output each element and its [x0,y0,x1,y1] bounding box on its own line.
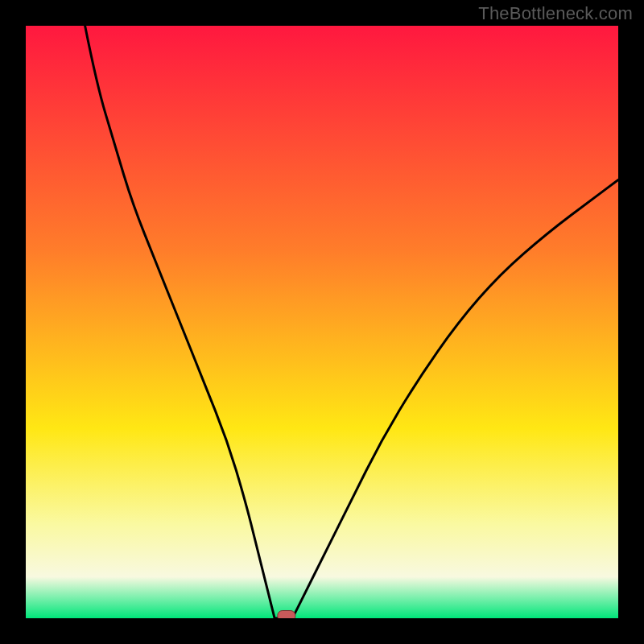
plot-area [26,26,618,618]
gradient-background [26,26,618,618]
optimal-marker [278,611,295,619]
chart-frame: TheBottleneck.com [0,0,644,644]
watermark-text: TheBottleneck.com [478,3,633,24]
chart-svg [26,26,618,618]
